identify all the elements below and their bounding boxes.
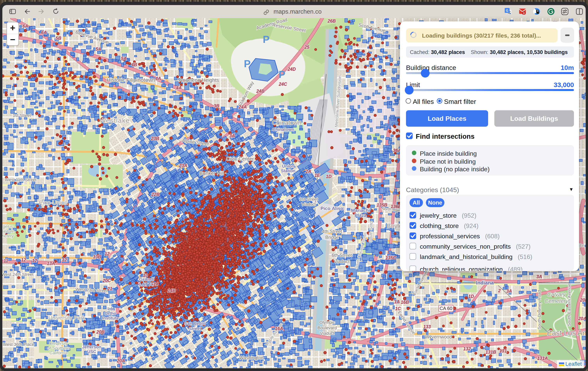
svg-text:4B: 4B — [131, 62, 137, 67]
svg-text:Viaduct: Viaduct — [302, 202, 316, 207]
svg-text:20A: 20A — [578, 316, 586, 321]
svg-text:Ortho: Ortho — [105, 311, 116, 316]
svg-text:2A: 2A — [305, 169, 311, 174]
svg-text:Chinatown: Chinatown — [272, 119, 301, 126]
svg-text:21: 21 — [107, 286, 112, 291]
svg-text:Be: Be — [578, 242, 585, 248]
svg-text:16A: 16A — [275, 326, 283, 331]
svg-text:16B: 16B — [401, 300, 409, 305]
svg-text:5B: 5B — [56, 36, 61, 41]
svg-text:Bunker Hill: Bunker Hill — [200, 170, 224, 176]
svg-text:135C: 135C — [386, 255, 396, 260]
svg-text:Cemetery: Cemetery — [545, 298, 568, 304]
svg-text:USC: USC — [87, 349, 96, 354]
svg-text:12: 12 — [62, 257, 67, 262]
svg-text:133: 133 — [423, 324, 431, 329]
svg-text:5A: 5A — [95, 47, 101, 52]
svg-text:132: 132 — [463, 346, 471, 351]
svg-text:20B: 20B — [580, 298, 586, 303]
svg-text:Historic Filipinotown: Historic Filipinotown — [107, 77, 155, 83]
svg-text:131A: 131A — [537, 356, 548, 361]
svg-text:1D: 1D — [468, 294, 474, 299]
svg-text:23B: 23B — [151, 136, 159, 141]
svg-text:P: P — [244, 58, 251, 69]
svg-text:South Downey Road: South Downey Road — [537, 290, 542, 330]
svg-text:1st Street: 1st Street — [13, 113, 31, 118]
svg-text:West 24th Street: West 24th Street — [2, 272, 33, 277]
svg-text:P: P — [279, 69, 285, 80]
svg-text:California: California — [50, 350, 68, 355]
svg-text:Jefferson: Jefferson — [82, 344, 101, 349]
svg-text:gelus: gelus — [3, 224, 13, 229]
svg-text:Civic Center: Civic Center — [226, 156, 254, 162]
svg-text:20C: 20C — [102, 278, 111, 283]
svg-text:Calvary: Calvary — [547, 291, 566, 297]
svg-text:22B: 22B — [151, 192, 160, 197]
svg-text:3A: 3A — [506, 289, 512, 294]
svg-text:12: 12 — [21, 257, 26, 262]
svg-text:Pico-Union: Pico-Union — [39, 199, 68, 206]
svg-text:3B: 3B — [214, 103, 219, 109]
svg-text:20A: 20A — [117, 358, 125, 363]
svg-text:Indiana: Indiana — [476, 280, 494, 286]
svg-text:4A: 4A — [155, 76, 161, 81]
svg-text:3A: 3A — [536, 274, 542, 279]
svg-text:1D: 1D — [326, 174, 331, 179]
svg-text:Pico: Pico — [321, 206, 330, 211]
svg-text:Viaduct: Viaduct — [334, 259, 350, 264]
svg-text:12: 12 — [32, 258, 37, 263]
svg-text:14B: 14B — [168, 288, 176, 293]
svg-text:G: G — [506, 9, 508, 12]
svg-text:LATTC: LATTC — [139, 282, 154, 287]
svg-text:1A: 1A — [394, 299, 400, 304]
svg-text:Olympic: Olympic — [319, 320, 335, 325]
svg-text:West 36th Place: West 36th Place — [3, 342, 34, 347]
svg-text:Boulevard: Boulevard — [317, 325, 337, 330]
svg-text:South Soto: South Soto — [368, 221, 374, 243]
svg-text:Wyvernwood: Wyvernwood — [425, 334, 452, 340]
svg-text:4th Street: 4th Street — [322, 229, 342, 234]
svg-text:West 11th Street: West 11th Street — [5, 177, 36, 182]
svg-text:6A: 6A — [41, 30, 47, 35]
svg-text:Bridge: Bridge — [325, 235, 339, 240]
svg-text:Mariachi: Mariachi — [351, 208, 370, 213]
svg-text:Institute: Institute — [102, 316, 119, 321]
svg-text:Plaza: Plaza — [355, 213, 367, 218]
svg-text:1E: 1E — [315, 173, 320, 178]
svg-text:1st Street: 1st Street — [299, 197, 318, 202]
svg-text:24A: 24A — [238, 104, 247, 110]
svg-text:13B: 13B — [93, 254, 101, 259]
svg-text:24D: 24D — [287, 67, 296, 72]
svg-text:4A: 4A — [176, 85, 182, 90]
svg-text:LA: LA — [107, 306, 113, 311]
svg-text:Station: Station — [281, 168, 295, 173]
svg-text:131: 131 — [499, 348, 507, 353]
svg-text:13: 13 — [143, 273, 148, 278]
svg-text:sedale: sedale — [2, 229, 14, 234]
svg-text:Washington: Washington — [239, 355, 264, 360]
svg-text:Union: Union — [282, 164, 294, 169]
svg-text:Angeleno Heights: Angeleno Heights — [179, 77, 219, 83]
svg-text:13A: 13A — [47, 261, 55, 266]
svg-text:East Los An: East Los An — [547, 329, 586, 337]
svg-text:12: 12 — [105, 251, 110, 256]
svg-text:26B: 26B — [327, 19, 336, 24]
svg-text:135B: 135B — [377, 202, 388, 208]
svg-text:CA 60: CA 60 — [440, 306, 452, 311]
svg-text:131B: 131B — [486, 350, 496, 355]
svg-text:1C: 1C — [395, 306, 401, 311]
svg-text:24C: 24C — [279, 82, 287, 87]
svg-text:6A: 6A — [22, 24, 28, 29]
svg-text:14: 14 — [153, 281, 158, 287]
svg-text:6th Street: 6th Street — [332, 252, 352, 258]
svg-text:P: P — [263, 34, 270, 45]
svg-text:11: 11 — [3, 258, 8, 263]
svg-text:25: 25 — [304, 45, 310, 50]
svg-text:South Eastern Avenue: South Eastern Avenue — [567, 284, 572, 326]
svg-text:Aliso: Aliso — [332, 206, 343, 211]
svg-text:University Park: University Park — [48, 315, 85, 321]
svg-text:San Pedro: San Pedro — [185, 321, 206, 326]
svg-text:Street: Street — [189, 326, 201, 331]
svg-text:24B: 24B — [256, 89, 264, 94]
svg-text:9: 9 — [523, 12, 525, 15]
